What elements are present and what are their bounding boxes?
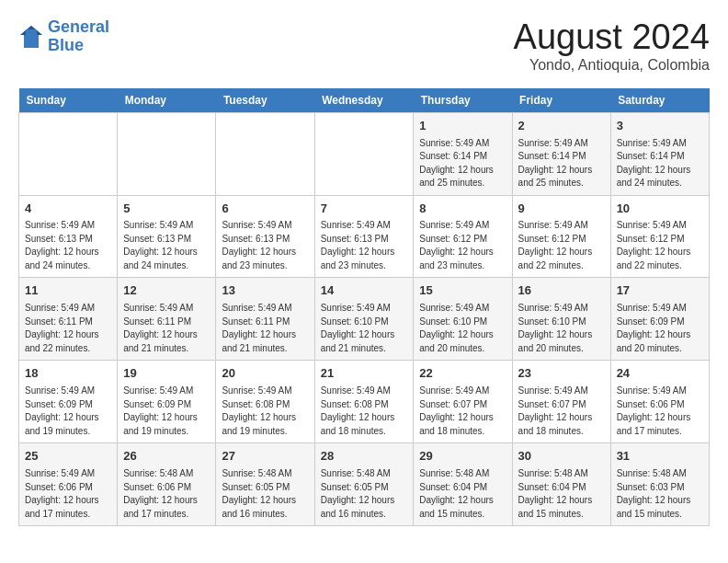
day-number: 12 bbox=[123, 282, 210, 300]
calendar-cell: 25Sunrise: 5:49 AM Sunset: 6:06 PM Dayli… bbox=[19, 443, 118, 526]
header-row: SundayMondayTuesdayWednesdayThursdayFrid… bbox=[19, 88, 710, 113]
day-info: Sunrise: 5:48 AM Sunset: 6:04 PM Dayligh… bbox=[419, 467, 506, 521]
day-number: 14 bbox=[321, 282, 408, 300]
calendar-cell: 1Sunrise: 5:49 AM Sunset: 6:14 PM Daylig… bbox=[414, 112, 512, 195]
day-info: Sunrise: 5:49 AM Sunset: 6:08 PM Dayligh… bbox=[222, 385, 308, 438]
day-number: 19 bbox=[123, 365, 210, 383]
day-number: 27 bbox=[222, 448, 308, 465]
calendar-week-row: 25Sunrise: 5:49 AM Sunset: 6:06 PM Dayli… bbox=[19, 443, 710, 526]
day-info: Sunrise: 5:48 AM Sunset: 6:03 PM Dayligh… bbox=[617, 467, 703, 521]
day-number: 28 bbox=[321, 448, 408, 465]
calendar-cell: 3Sunrise: 5:49 AM Sunset: 6:14 PM Daylig… bbox=[610, 112, 709, 195]
day-number: 22 bbox=[419, 365, 506, 383]
day-info: Sunrise: 5:49 AM Sunset: 6:11 PM Dayligh… bbox=[25, 302, 111, 355]
day-number: 7 bbox=[321, 201, 408, 218]
calendar-cell bbox=[19, 112, 118, 195]
day-number: 31 bbox=[617, 448, 703, 465]
page-header: General Blue August 2024 Yondo, Antioqui… bbox=[18, 18, 710, 74]
day-info: Sunrise: 5:49 AM Sunset: 6:14 PM Dayligh… bbox=[419, 137, 506, 190]
day-number: 26 bbox=[123, 448, 210, 465]
day-number: 24 bbox=[617, 365, 703, 383]
day-number: 17 bbox=[617, 282, 703, 300]
calendar-cell: 16Sunrise: 5:49 AM Sunset: 6:10 PM Dayli… bbox=[512, 278, 610, 361]
day-number: 16 bbox=[518, 282, 605, 300]
logo-icon bbox=[18, 24, 44, 50]
day-number: 8 bbox=[419, 201, 506, 218]
day-info: Sunrise: 5:48 AM Sunset: 6:05 PM Dayligh… bbox=[222, 467, 308, 521]
day-info: Sunrise: 5:49 AM Sunset: 6:13 PM Dayligh… bbox=[321, 219, 408, 272]
calendar-cell: 15Sunrise: 5:49 AM Sunset: 6:10 PM Dayli… bbox=[414, 278, 512, 361]
day-info: Sunrise: 5:49 AM Sunset: 6:13 PM Dayligh… bbox=[222, 219, 308, 272]
calendar-week-row: 11Sunrise: 5:49 AM Sunset: 6:11 PM Dayli… bbox=[19, 278, 710, 361]
calendar-body: 1Sunrise: 5:49 AM Sunset: 6:14 PM Daylig… bbox=[19, 112, 710, 525]
day-number: 13 bbox=[222, 282, 308, 300]
calendar-cell: 21Sunrise: 5:49 AM Sunset: 6:08 PM Dayli… bbox=[314, 361, 414, 443]
day-number: 21 bbox=[321, 365, 408, 383]
day-number: 5 bbox=[123, 201, 210, 218]
header-cell-monday: Monday bbox=[118, 88, 216, 113]
calendar-cell: 19Sunrise: 5:49 AM Sunset: 6:09 PM Dayli… bbox=[118, 361, 216, 443]
calendar-cell: 6Sunrise: 5:49 AM Sunset: 6:13 PM Daylig… bbox=[216, 195, 314, 278]
day-number: 1 bbox=[419, 118, 506, 135]
day-number: 6 bbox=[222, 201, 308, 218]
calendar-cell: 24Sunrise: 5:49 AM Sunset: 6:06 PM Dayli… bbox=[610, 361, 709, 443]
calendar-cell: 27Sunrise: 5:48 AM Sunset: 6:05 PM Dayli… bbox=[216, 443, 314, 526]
day-info: Sunrise: 5:48 AM Sunset: 6:04 PM Dayligh… bbox=[518, 467, 605, 521]
calendar-cell: 26Sunrise: 5:48 AM Sunset: 6:06 PM Dayli… bbox=[118, 443, 216, 526]
calendar-cell: 31Sunrise: 5:48 AM Sunset: 6:03 PM Dayli… bbox=[610, 443, 709, 526]
calendar-cell: 18Sunrise: 5:49 AM Sunset: 6:09 PM Dayli… bbox=[19, 361, 118, 443]
logo-text: General Blue bbox=[48, 18, 109, 55]
day-info: Sunrise: 5:49 AM Sunset: 6:09 PM Dayligh… bbox=[617, 302, 703, 355]
calendar-cell: 29Sunrise: 5:48 AM Sunset: 6:04 PM Dayli… bbox=[414, 443, 512, 526]
day-number: 11 bbox=[25, 282, 111, 300]
calendar-cell bbox=[314, 112, 414, 195]
calendar-cell: 13Sunrise: 5:49 AM Sunset: 6:11 PM Dayli… bbox=[216, 278, 314, 361]
header-cell-thursday: Thursday bbox=[414, 88, 512, 113]
calendar-cell: 11Sunrise: 5:49 AM Sunset: 6:11 PM Dayli… bbox=[19, 278, 118, 361]
day-number: 23 bbox=[518, 365, 605, 383]
calendar-cell bbox=[216, 112, 314, 195]
day-info: Sunrise: 5:49 AM Sunset: 6:09 PM Dayligh… bbox=[123, 385, 210, 438]
day-number: 25 bbox=[25, 448, 111, 465]
header-cell-sunday: Sunday bbox=[19, 88, 118, 113]
day-info: Sunrise: 5:49 AM Sunset: 6:14 PM Dayligh… bbox=[518, 137, 605, 190]
calendar-cell: 12Sunrise: 5:49 AM Sunset: 6:11 PM Dayli… bbox=[118, 278, 216, 361]
calendar-cell: 23Sunrise: 5:49 AM Sunset: 6:07 PM Dayli… bbox=[512, 361, 610, 443]
calendar-cell: 17Sunrise: 5:49 AM Sunset: 6:09 PM Dayli… bbox=[610, 278, 709, 361]
day-info: Sunrise: 5:49 AM Sunset: 6:06 PM Dayligh… bbox=[617, 385, 703, 438]
calendar-cell: 4Sunrise: 5:49 AM Sunset: 6:13 PM Daylig… bbox=[19, 195, 118, 278]
title-block: August 2024 Yondo, Antioquia, Colombia bbox=[514, 18, 710, 74]
day-info: Sunrise: 5:49 AM Sunset: 6:08 PM Dayligh… bbox=[321, 385, 408, 438]
day-info: Sunrise: 5:49 AM Sunset: 6:10 PM Dayligh… bbox=[419, 302, 506, 355]
calendar-table: SundayMondayTuesdayWednesdayThursdayFrid… bbox=[18, 88, 710, 526]
header-cell-saturday: Saturday bbox=[610, 88, 709, 113]
day-number: 4 bbox=[25, 201, 111, 218]
month-year-title: August 2024 bbox=[514, 18, 710, 57]
day-info: Sunrise: 5:49 AM Sunset: 6:13 PM Dayligh… bbox=[25, 219, 111, 272]
calendar-cell: 14Sunrise: 5:49 AM Sunset: 6:10 PM Dayli… bbox=[314, 278, 414, 361]
day-info: Sunrise: 5:49 AM Sunset: 6:06 PM Dayligh… bbox=[25, 467, 111, 521]
calendar-cell: 20Sunrise: 5:49 AM Sunset: 6:08 PM Dayli… bbox=[216, 361, 314, 443]
day-info: Sunrise: 5:49 AM Sunset: 6:07 PM Dayligh… bbox=[419, 385, 506, 438]
day-number: 9 bbox=[518, 201, 605, 218]
day-info: Sunrise: 5:49 AM Sunset: 6:10 PM Dayligh… bbox=[321, 302, 408, 355]
day-number: 15 bbox=[419, 282, 506, 300]
day-info: Sunrise: 5:49 AM Sunset: 6:14 PM Dayligh… bbox=[617, 137, 703, 190]
day-info: Sunrise: 5:49 AM Sunset: 6:13 PM Dayligh… bbox=[123, 219, 210, 272]
day-info: Sunrise: 5:49 AM Sunset: 6:12 PM Dayligh… bbox=[617, 219, 703, 272]
day-number: 2 bbox=[518, 118, 605, 135]
calendar-cell: 28Sunrise: 5:48 AM Sunset: 6:05 PM Dayli… bbox=[314, 443, 414, 526]
day-info: Sunrise: 5:49 AM Sunset: 6:12 PM Dayligh… bbox=[419, 219, 506, 272]
day-info: Sunrise: 5:49 AM Sunset: 6:11 PM Dayligh… bbox=[222, 302, 308, 355]
day-number: 29 bbox=[419, 448, 506, 465]
calendar-cell: 8Sunrise: 5:49 AM Sunset: 6:12 PM Daylig… bbox=[414, 195, 512, 278]
day-info: Sunrise: 5:49 AM Sunset: 6:07 PM Dayligh… bbox=[518, 385, 605, 438]
calendar-cell: 9Sunrise: 5:49 AM Sunset: 6:12 PM Daylig… bbox=[512, 195, 610, 278]
calendar-cell: 7Sunrise: 5:49 AM Sunset: 6:13 PM Daylig… bbox=[314, 195, 414, 278]
day-info: Sunrise: 5:48 AM Sunset: 6:06 PM Dayligh… bbox=[123, 467, 210, 521]
header-cell-friday: Friday bbox=[512, 88, 610, 113]
calendar-week-row: 1Sunrise: 5:49 AM Sunset: 6:14 PM Daylig… bbox=[19, 112, 710, 195]
day-info: Sunrise: 5:49 AM Sunset: 6:11 PM Dayligh… bbox=[123, 302, 210, 355]
calendar-header: SundayMondayTuesdayWednesdayThursdayFrid… bbox=[19, 88, 710, 113]
day-info: Sunrise: 5:49 AM Sunset: 6:10 PM Dayligh… bbox=[518, 302, 605, 355]
